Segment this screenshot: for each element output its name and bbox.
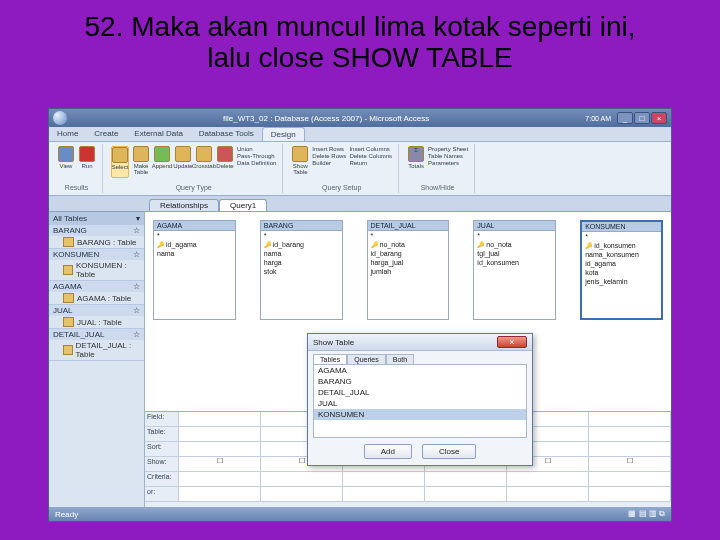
grid-row-sort: Sort: bbox=[145, 442, 179, 457]
nav-group-barang[interactable]: BARANG☆ bbox=[49, 225, 144, 236]
list-item[interactable]: DETAIL_JUAL bbox=[314, 387, 526, 398]
maximize-button[interactable]: □ bbox=[634, 112, 650, 124]
delete-query-button[interactable]: Delete bbox=[216, 146, 234, 178]
view-shortcuts[interactable]: ▦ ▤ ▥ ⧉ bbox=[628, 509, 665, 519]
tab-design[interactable]: Design bbox=[262, 127, 305, 141]
nav-group-konsumen[interactable]: KONSUMEN☆ bbox=[49, 249, 144, 260]
col-ops[interactable]: Insert ColumnsDelete ColumnsReturn bbox=[349, 146, 392, 178]
doc-tab-query1[interactable]: Query1 bbox=[219, 199, 267, 211]
nav-group-agama[interactable]: AGAMA☆ bbox=[49, 281, 144, 292]
tab-create[interactable]: Create bbox=[86, 127, 126, 141]
grid-row-table: Table: bbox=[145, 427, 179, 442]
list-item[interactable]: JUAL bbox=[314, 398, 526, 409]
crosstab-button[interactable]: Crosstab bbox=[195, 146, 213, 178]
document-tabs: Relationships Query1 bbox=[49, 196, 671, 212]
close-button[interactable]: Close bbox=[422, 444, 476, 459]
make-table-button[interactable]: Make Table bbox=[132, 146, 150, 178]
nav-group-detailjual[interactable]: DETAIL_JUAL☆ bbox=[49, 329, 144, 340]
table-box-jual[interactable]: JUAL * no_nota tgl_jual id_konsumen bbox=[473, 220, 556, 320]
ribbon-tabs: Home Create External Data Database Tools… bbox=[49, 127, 671, 142]
table-box-agama[interactable]: AGAMA * id_agama nama bbox=[153, 220, 236, 320]
tab-database-tools[interactable]: Database Tools bbox=[191, 127, 262, 141]
tab-external-data[interactable]: External Data bbox=[126, 127, 190, 141]
doc-tab-relationships[interactable]: Relationships bbox=[149, 199, 219, 211]
update-button[interactable]: Update bbox=[174, 146, 192, 178]
dialog-close-button[interactable]: × bbox=[497, 336, 527, 348]
ribbon: View Run Results Select Make Table Appen… bbox=[49, 142, 671, 196]
dialog-tab-queries[interactable]: Queries bbox=[347, 354, 386, 364]
clock: 7:00 AM bbox=[585, 115, 611, 122]
navigation-pane: All Tables▾ BARANG☆BARANG : Table KONSUM… bbox=[49, 212, 145, 507]
dialog-table-list[interactable]: AGAMA BARANG DETAIL_JUAL JUAL KONSUMEN bbox=[313, 364, 527, 438]
row-ops[interactable]: Insert RowsDelete RowsBuilder bbox=[312, 146, 346, 178]
add-button[interactable]: Add bbox=[364, 444, 412, 459]
grid-row-criteria: Criteria: bbox=[145, 472, 179, 487]
ribbon-group-showhide: Show/Hide bbox=[407, 184, 468, 191]
ribbon-group-results: Results bbox=[57, 184, 96, 191]
chevron-down-icon[interactable]: ▾ bbox=[136, 214, 140, 223]
nav-item-detailjual-table[interactable]: DETAIL_JUAL : Table bbox=[49, 340, 144, 360]
status-bar: Ready ▦ ▤ ▥ ⧉ bbox=[49, 507, 671, 521]
showhide-ops[interactable]: Property SheetTable NamesParameters bbox=[428, 146, 468, 178]
nav-group-jual[interactable]: JUAL☆ bbox=[49, 305, 144, 316]
advanced-query-types[interactable]: UnionPass-ThroughData Definition bbox=[237, 146, 276, 178]
show-table-button[interactable]: Show Table bbox=[291, 146, 309, 178]
table-box-detailjual[interactable]: DETAIL_JUAL * no_nota id_barang harga_ju… bbox=[367, 220, 450, 320]
minimize-button[interactable]: _ bbox=[617, 112, 633, 124]
titlebar: file_WT3_02 : Database (Access 2007) - M… bbox=[49, 109, 671, 127]
ribbon-group-querysetup: Query Setup bbox=[291, 184, 392, 191]
nav-header[interactable]: All Tables▾ bbox=[49, 212, 144, 225]
table-box-konsumen[interactable]: KONSUMEN * id_konsumen nama_konsumen id_… bbox=[580, 220, 663, 320]
grid-col[interactable]: ☐ bbox=[179, 412, 261, 507]
dialog-tab-tables[interactable]: Tables bbox=[313, 354, 347, 364]
dialog-title: Show Table bbox=[313, 338, 354, 347]
list-item[interactable]: BARANG bbox=[314, 376, 526, 387]
nav-item-barang-table[interactable]: BARANG : Table bbox=[49, 236, 144, 248]
tab-home[interactable]: Home bbox=[49, 127, 86, 141]
grid-row-or: or: bbox=[145, 487, 179, 502]
list-item-selected[interactable]: KONSUMEN bbox=[314, 409, 526, 420]
view-button[interactable]: View bbox=[57, 146, 75, 178]
access-window: file_WT3_02 : Database (Access 2007) - M… bbox=[48, 108, 672, 522]
grid-row-field: Field: bbox=[145, 412, 179, 427]
append-button[interactable]: Append bbox=[153, 146, 171, 178]
show-table-dialog: Show Table × Tables Queries Both AGAMA B… bbox=[307, 333, 533, 466]
office-orb-icon[interactable] bbox=[53, 111, 67, 125]
nav-item-agama-table[interactable]: AGAMA : Table bbox=[49, 292, 144, 304]
select-query-button[interactable]: Select bbox=[111, 146, 129, 178]
ribbon-group-querytype: Query Type bbox=[111, 184, 276, 191]
grid-col[interactable]: ☐ bbox=[589, 412, 671, 507]
totals-button[interactable]: ΣTotals bbox=[407, 146, 425, 178]
window-title: file_WT3_02 : Database (Access 2007) - M… bbox=[73, 114, 579, 123]
dialog-tab-both[interactable]: Both bbox=[386, 354, 414, 364]
list-item[interactable]: AGAMA bbox=[314, 365, 526, 376]
close-window-button[interactable]: × bbox=[651, 112, 667, 124]
grid-row-show: Show: bbox=[145, 457, 179, 472]
nav-item-jual-table[interactable]: JUAL : Table bbox=[49, 316, 144, 328]
table-box-barang[interactable]: BARANG * id_barang nama harga stok bbox=[260, 220, 343, 320]
nav-item-konsumen-table[interactable]: KONSUMEN : Table bbox=[49, 260, 144, 280]
slide-title: 52. Maka akan muncul lima kotak seperti … bbox=[0, 0, 720, 80]
run-button[interactable]: Run bbox=[78, 146, 96, 178]
